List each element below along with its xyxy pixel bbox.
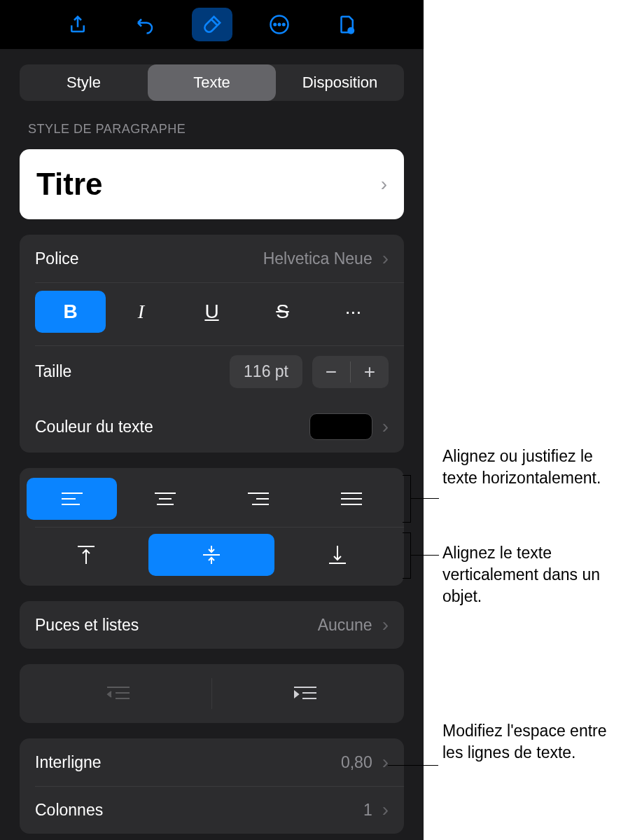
bullets-value-wrap: Aucune › xyxy=(318,614,389,636)
brush-icon xyxy=(202,14,223,35)
align-right-icon xyxy=(246,490,270,507)
text-color-label: Couleur du texte xyxy=(35,418,153,436)
size-row: Taille 116 pt − + xyxy=(20,345,404,401)
chevron-right-icon: › xyxy=(382,799,389,821)
valign-bottom-button[interactable] xyxy=(278,534,397,576)
spacing-card: Interligne 0,80 › Colonnes 1 › xyxy=(20,738,404,834)
segmented-control: Style Texte Disposition xyxy=(20,64,404,101)
indent-icon xyxy=(293,684,318,703)
italic-button[interactable]: I xyxy=(106,291,176,333)
lineheight-row[interactable]: Interligne 0,80 › xyxy=(20,738,404,786)
callout-vert: Alignez le texte verticalement dans un o… xyxy=(442,542,624,607)
valign-middle-icon xyxy=(202,544,221,565)
chevron-right-icon: › xyxy=(381,173,387,195)
columns-row[interactable]: Colonnes 1 › xyxy=(20,786,404,834)
size-label: Taille xyxy=(35,362,220,381)
format-panel: Style Texte Disposition STYLE DE PARAGRA… xyxy=(0,0,424,840)
horizontal-align-row xyxy=(20,468,404,527)
callout-spacing-text: Modifiez l'espace entre les lignes de te… xyxy=(442,722,607,762)
undo-icon xyxy=(134,14,155,35)
indent-button[interactable] xyxy=(212,674,398,713)
tab-text[interactable]: Texte xyxy=(148,64,276,101)
outdent-button[interactable] xyxy=(25,674,211,713)
callout-horiz-text: Alignez ou justifiez le texte horizontal… xyxy=(442,447,601,487)
italic-glyph: I xyxy=(138,301,144,323)
callout-bracket-vert xyxy=(403,532,411,579)
segmented-control-wrap: Style Texte Disposition xyxy=(0,49,424,101)
chevron-right-icon: › xyxy=(382,415,389,438)
more-button[interactable] xyxy=(259,8,300,41)
more-icon xyxy=(269,14,290,35)
valign-top-icon xyxy=(76,544,96,565)
align-left-icon xyxy=(60,490,84,507)
chevron-right-icon: › xyxy=(382,751,389,773)
tab-style[interactable]: Style xyxy=(20,64,148,101)
paragraph-style-row[interactable]: Titre › xyxy=(20,149,404,219)
callout-line xyxy=(388,765,438,766)
tab-layout[interactable]: Disposition xyxy=(276,64,404,101)
valign-middle-button[interactable] xyxy=(148,534,274,576)
align-center-icon xyxy=(153,490,177,507)
callout-line xyxy=(411,555,439,556)
font-style-buttons: B I U S ··· xyxy=(20,282,404,345)
bullets-card: Puces et listes Aucune › xyxy=(20,601,404,649)
alignment-card xyxy=(20,468,404,586)
format-brush-button[interactable] xyxy=(192,8,232,41)
strikethrough-button[interactable]: S xyxy=(247,291,318,333)
size-increase-button[interactable]: + xyxy=(351,356,389,388)
align-right-button[interactable] xyxy=(214,478,304,520)
size-stepper: − + xyxy=(312,356,389,388)
indent-row xyxy=(20,664,404,723)
bullets-row[interactable]: Puces et listes Aucune › xyxy=(20,601,404,649)
svg-point-4 xyxy=(347,27,354,34)
top-toolbar xyxy=(0,0,424,49)
font-card: Police Helvetica Neue › B I U S ··· Tail… xyxy=(20,235,404,453)
text-color-row[interactable]: Couleur du texte › xyxy=(20,401,404,453)
lineheight-label: Interligne xyxy=(35,753,102,772)
paragraph-style-label: STYLE DE PARAGRAPHE xyxy=(0,101,424,144)
indent-card xyxy=(20,664,404,723)
callout-bracket-horiz xyxy=(403,475,411,523)
color-swatch[interactable] xyxy=(309,413,372,440)
share-icon xyxy=(67,14,88,35)
size-value[interactable]: 116 pt xyxy=(230,355,302,388)
undo-button[interactable] xyxy=(125,8,165,41)
underline-glyph: U xyxy=(204,301,218,323)
callout-vert-text: Alignez le texte verticalement dans un o… xyxy=(442,544,600,605)
font-row[interactable]: Police Helvetica Neue › xyxy=(20,235,404,282)
align-left-button[interactable] xyxy=(27,478,117,520)
callout-horiz: Alignez ou justifiez le texte horizontal… xyxy=(442,446,617,489)
paragraph-style-name: Titre xyxy=(36,167,103,202)
columns-label: Colonnes xyxy=(35,801,103,820)
svg-point-2 xyxy=(278,24,280,26)
vertical-align-row xyxy=(20,527,404,586)
document-settings-button[interactable] xyxy=(326,8,367,41)
text-color-value-wrap: › xyxy=(309,413,389,440)
lineheight-value-wrap: 0,80 › xyxy=(341,751,389,773)
size-decrease-button[interactable]: − xyxy=(312,356,350,388)
columns-value-wrap: 1 › xyxy=(363,799,389,821)
chevron-right-icon: › xyxy=(382,614,389,636)
outdent-icon xyxy=(106,684,131,703)
lineheight-value: 0,80 xyxy=(341,753,372,772)
chevron-right-icon: › xyxy=(382,247,389,270)
font-label: Police xyxy=(35,249,79,268)
callout-spacing: Modifiez l'espace entre les lignes de te… xyxy=(442,720,617,764)
more-text-options-button[interactable]: ··· xyxy=(318,291,389,333)
bold-button[interactable]: B xyxy=(35,291,106,333)
document-icon xyxy=(336,14,357,35)
bullets-value: Aucune xyxy=(318,616,372,635)
columns-value: 1 xyxy=(363,801,372,820)
valign-bottom-icon xyxy=(328,544,347,565)
callout-line xyxy=(411,498,439,499)
underline-button[interactable]: U xyxy=(176,291,247,333)
align-center-button[interactable] xyxy=(120,478,210,520)
font-value-wrap: Helvetica Neue › xyxy=(263,247,389,270)
valign-top-button[interactable] xyxy=(27,534,146,576)
font-value: Helvetica Neue xyxy=(263,249,372,268)
share-button[interactable] xyxy=(57,8,98,41)
svg-point-3 xyxy=(283,24,285,26)
bullets-label: Puces et listes xyxy=(35,616,139,635)
align-justify-button[interactable] xyxy=(307,478,397,520)
strike-glyph: S xyxy=(276,301,289,323)
